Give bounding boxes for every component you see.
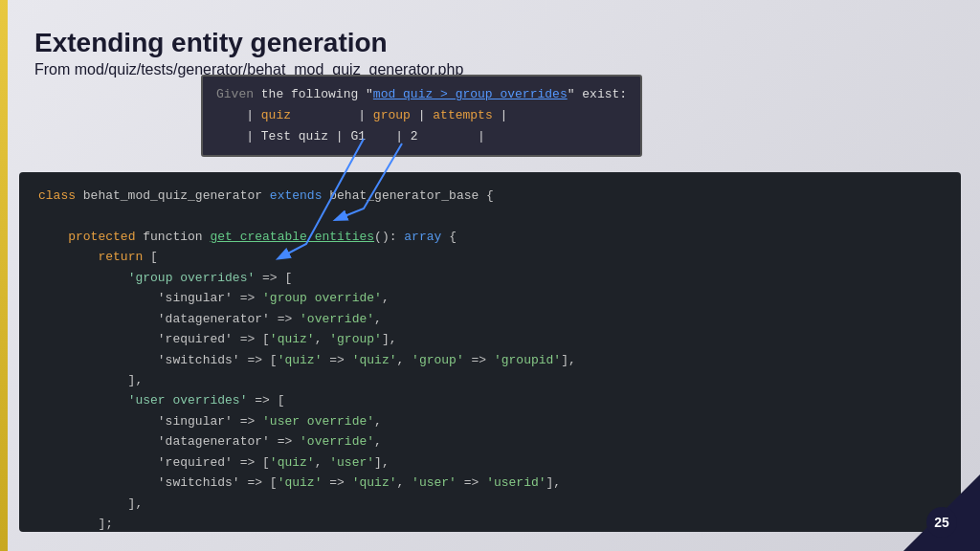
code-line-close-return: ]; [38,514,942,532]
code-line-singular-user: 'singular' => 'user override', [38,411,942,431]
slide-title: Extending entity generation [34,27,946,59]
code-line-datagen-user: 'datagenerator' => 'override', [38,431,942,452]
code-line-datagen-group: 'datagenerator' => 'override', [38,309,942,329]
code-line-close-group: ], [38,370,942,390]
page-number: 25 [926,507,957,538]
callout-line-1: Given the following "mod_quiz > group ov… [216,84,627,105]
code-line-switch-user: 'switchids' => ['quiz' => 'quiz', 'user'… [38,473,942,493]
code-line-user-key: 'user overrides' => [ [38,390,942,410]
code-line-required-user: 'required' => ['quiz', 'user'], [38,452,942,473]
callout-line-3: | Test quiz | G1 | 2 | [216,126,627,147]
code-line-close-user: ], [38,494,942,514]
callout-box: Given the following "mod_quiz > group ov… [201,75,642,157]
slide: Extending entity generation From mod/qui… [0,0,980,551]
callout-line-2: | quiz | group | attempts | [216,105,627,126]
code-line-switch-group: 'switchids' => ['quiz' => 'quiz', 'group… [38,350,942,370]
code-line-required-group: 'required' => ['quiz', 'group'], [38,329,942,349]
code-line-func: protected function get_creatable_entitie… [38,227,942,247]
code-line-class: class behat_mod_quiz_generator extends b… [38,186,942,206]
code-line-return: return [ [38,247,942,267]
code-line-singular-group: 'singular' => 'group override', [38,288,942,308]
code-block: class behat_mod_quiz_generator extends b… [19,172,961,532]
code-line-group-key: 'group overrides' => [ [38,268,942,288]
code-line-blank [38,206,942,226]
